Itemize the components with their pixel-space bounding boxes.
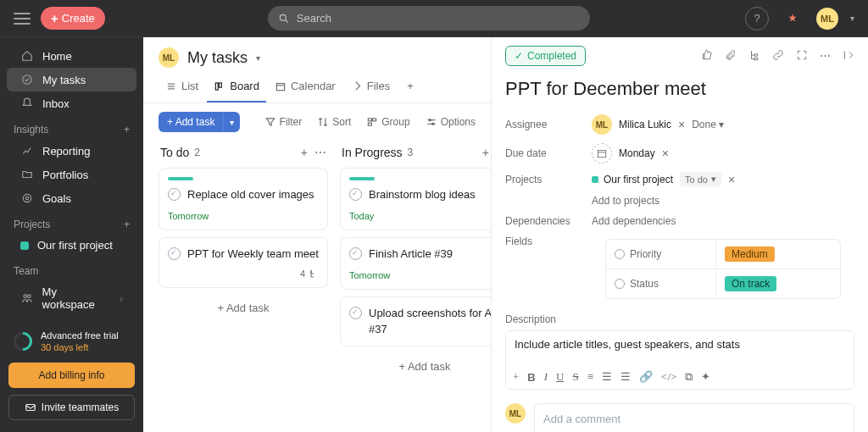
attachment-icon[interactable]: [725, 49, 737, 64]
sidebar-item-inbox[interactable]: Inbox: [7, 91, 136, 115]
chevron-down-icon[interactable]: ▾: [850, 14, 854, 23]
completed-button[interactable]: ✓ Completed: [505, 46, 586, 66]
chevron-down-icon[interactable]: ▾: [256, 53, 260, 63]
sidebar-item-mytasks[interactable]: My tasks: [7, 68, 136, 91]
user-avatar[interactable]: ML: [816, 8, 838, 30]
tab-board[interactable]: Board: [207, 75, 266, 102]
board-columns: To do 2+⋯Replace old cover imagesTomorro…: [143, 141, 491, 432]
assignee-status-dropdown[interactable]: Done ▾: [692, 119, 724, 130]
add-dependencies-link[interactable]: Add dependencies: [592, 215, 676, 227]
sidebar-item-home[interactable]: Home: [7, 44, 136, 68]
task-card[interactable]: Finish Article #39Tomorrow: [340, 237, 491, 290]
code-icon[interactable]: </>: [661, 370, 676, 384]
close-pane-icon[interactable]: [843, 49, 854, 64]
italic-icon[interactable]: I: [544, 370, 548, 384]
checklist-icon[interactable]: ☰: [620, 370, 631, 384]
card-due: Today: [349, 211, 491, 221]
svg-point-5: [24, 295, 27, 298]
strike-icon[interactable]: S: [572, 370, 578, 384]
home-icon: [20, 49, 34, 63]
sidebar-item-project[interactable]: Our first project: [7, 234, 136, 257]
calendar-icon[interactable]: [592, 143, 612, 163]
bullet-list-icon[interactable]: ≡: [587, 370, 593, 384]
underline-icon[interactable]: U: [556, 370, 564, 384]
tab-files[interactable]: Files: [344, 75, 397, 102]
embed-icon[interactable]: ⧉: [685, 370, 693, 384]
search-input[interactable]: [268, 6, 590, 30]
people-icon: [20, 291, 34, 305]
svg-point-0: [280, 14, 286, 20]
field-icon: [615, 279, 625, 289]
assignee-avatar[interactable]: ML: [592, 114, 612, 135]
project-column-dropdown[interactable]: To do ▾: [680, 172, 721, 186]
complete-check-icon[interactable]: [168, 247, 181, 260]
create-button[interactable]: Create: [41, 7, 105, 30]
comment-input[interactable]: Add a comment: [534, 403, 854, 432]
add-task-dropdown[interactable]: ▾: [223, 112, 240, 132]
topbar: Create ? ML ▾: [0, 0, 868, 37]
clear-duedate-icon[interactable]: ×: [662, 147, 669, 160]
link-icon[interactable]: [772, 49, 784, 64]
like-icon[interactable]: [701, 49, 713, 64]
fullscreen-icon[interactable]: [796, 49, 808, 64]
sort-button[interactable]: Sort: [317, 116, 351, 128]
add-insight-button[interactable]: +: [124, 124, 130, 136]
add-card-icon[interactable]: +: [301, 146, 308, 159]
more-icon[interactable]: ⋯: [820, 49, 831, 64]
options-button[interactable]: Options: [426, 116, 476, 128]
sidebar-item-label: Inbox: [42, 97, 70, 110]
ai-icon[interactable]: ✦: [701, 370, 710, 384]
view-tabs: List Board Calendar Files +: [143, 68, 491, 103]
custom-field-value[interactable]: Medium: [716, 240, 783, 269]
duedate-value[interactable]: Monday: [619, 147, 655, 159]
sidebar-section-team: Team: [0, 257, 143, 280]
tab-list[interactable]: List: [159, 75, 205, 102]
upgrade-icon[interactable]: [781, 7, 804, 30]
insert-icon[interactable]: +: [513, 370, 519, 384]
column-menu-icon[interactable]: ⋯: [314, 146, 326, 159]
clear-project-icon[interactable]: ×: [728, 173, 735, 186]
number-list-icon[interactable]: ☰: [602, 370, 612, 384]
column-add-task[interactable]: + Add task: [159, 295, 328, 321]
sidebar-item-reporting[interactable]: Reporting: [7, 139, 136, 163]
card-title-text: Upload screenshots for Art #37: [369, 306, 491, 336]
task-card[interactable]: Replace old cover imagesTomorrow: [159, 168, 328, 230]
task-card[interactable]: Upload screenshots for Art #37: [340, 296, 491, 346]
complete-check-icon[interactable]: [349, 247, 362, 260]
bold-icon[interactable]: B: [527, 371, 535, 384]
description-editor[interactable]: Include article titles, guest speakers, …: [505, 330, 854, 390]
sidebar-section-projects: Projects +: [0, 210, 143, 234]
subtask-icon[interactable]: [748, 49, 760, 64]
sidebar-item-portfolios[interactable]: Portfolios: [7, 163, 136, 186]
task-card[interactable]: Brainstorm blog ideasToday: [340, 168, 491, 230]
column-add-task[interactable]: + Add task: [340, 353, 491, 379]
add-billing-button[interactable]: Add billing info: [8, 363, 135, 388]
sidebar-item-label: My tasks: [42, 74, 86, 86]
add-tab-button[interactable]: +: [398, 75, 422, 102]
complete-check-icon[interactable]: [168, 188, 181, 201]
deps-label: Dependencies: [505, 215, 581, 227]
svg-point-2: [23, 75, 32, 85]
invite-teammates-button[interactable]: Invite teammates: [8, 395, 135, 420]
add-to-projects-link[interactable]: Add to projects: [592, 195, 659, 207]
sidebar-item-goals[interactable]: Goals: [7, 186, 136, 210]
filter-button[interactable]: Filter: [264, 116, 303, 128]
add-card-icon[interactable]: +: [482, 146, 489, 159]
task-card[interactable]: PPT for Weekly team meet4: [159, 237, 328, 288]
custom-field-value[interactable]: On track: [716, 269, 785, 298]
assignee-name[interactable]: Milica Lukic: [619, 119, 671, 130]
project-chip[interactable]: Our first project: [592, 174, 673, 186]
help-icon[interactable]: ?: [745, 7, 769, 30]
group-button[interactable]: Group: [366, 116, 409, 128]
clear-assignee-icon[interactable]: ×: [678, 118, 685, 131]
tab-calendar[interactable]: Calendar: [268, 75, 342, 102]
chevron-right-icon: ›: [120, 292, 123, 305]
complete-check-icon[interactable]: [349, 307, 362, 319]
complete-check-icon[interactable]: [349, 188, 362, 201]
add-project-button[interactable]: +: [124, 219, 130, 230]
link-icon[interactable]: 🔗: [639, 370, 653, 384]
menu-toggle[interactable]: [14, 13, 31, 25]
sidebar-item-workspace[interactable]: My workspace›: [7, 280, 136, 316]
task-title[interactable]: PPT for December meet: [492, 75, 868, 110]
add-task-button[interactable]: + Add task: [159, 112, 223, 132]
